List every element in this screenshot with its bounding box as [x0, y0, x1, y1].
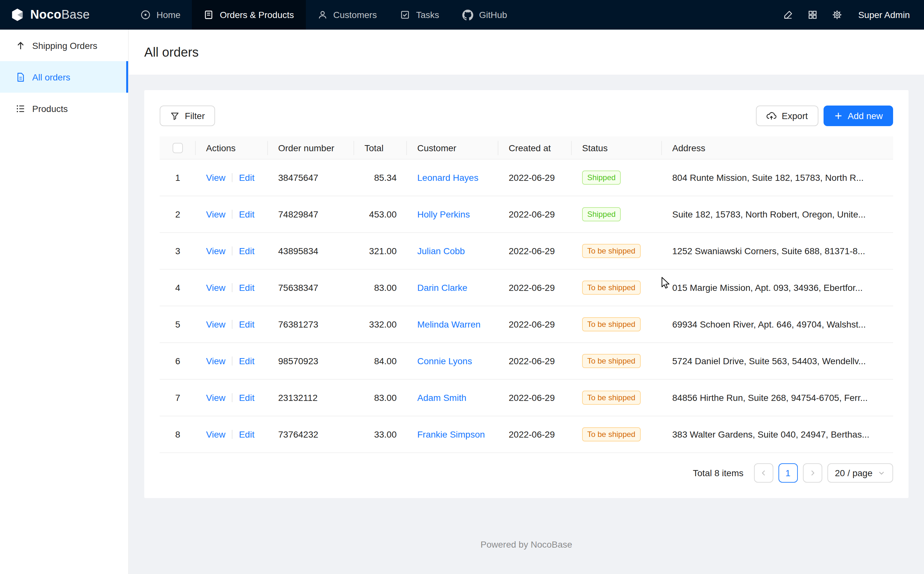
status-cell: Shipped	[572, 159, 662, 196]
sidebar-item-label: All orders	[32, 72, 70, 82]
view-link[interactable]: View	[206, 246, 225, 256]
sidebar-item-shipping-orders[interactable]: Shipping Orders	[0, 30, 128, 61]
page-1-button[interactable]: 1	[778, 464, 798, 483]
row-index-cell: 6	[160, 343, 196, 380]
view-link[interactable]: View	[206, 356, 225, 366]
row-actions-cell: ViewEdit	[196, 380, 268, 416]
status-cell: To be shipped	[572, 416, 662, 453]
table-body: 1ViewEdit3847564785.34Leonard Hayes2022-…	[160, 159, 893, 453]
customer-cell: Julian Cobb	[407, 233, 498, 270]
export-button[interactable]: Export	[756, 106, 818, 126]
sidebar-item-products[interactable]: Products	[0, 93, 128, 124]
customer-link[interactable]: Melinda Warren	[417, 320, 481, 330]
row-actions-cell: ViewEdit	[196, 343, 268, 380]
created-at-cell: 2022-06-29	[498, 270, 572, 306]
customer-link[interactable]: Adam Smith	[417, 393, 466, 403]
nav-orders-products-label: Orders & Products	[220, 9, 294, 20]
column-header-customer: Customer	[407, 136, 498, 159]
customer-link[interactable]: Darin Clarke	[417, 283, 468, 293]
view-link[interactable]: View	[206, 283, 225, 293]
status-badge: To be shipped	[582, 427, 640, 442]
export-button-label: Export	[782, 111, 808, 121]
settings-button[interactable]	[826, 4, 848, 26]
row-actions-cell: ViewEdit	[196, 233, 268, 270]
select-all-checkbox[interactable]	[172, 143, 183, 153]
table-row: 7ViewEdit2313211283.00Adam Smith2022-06-…	[160, 380, 893, 416]
column-header-status: Status	[572, 136, 662, 159]
view-link[interactable]: View	[206, 210, 225, 220]
view-link[interactable]: View	[206, 393, 225, 403]
add-new-button[interactable]: Add new	[823, 106, 893, 126]
customer-link[interactable]: Leonard Hayes	[417, 173, 479, 183]
row-index-cell: 5	[160, 306, 196, 343]
page-title: All orders	[144, 45, 199, 60]
created-at-cell: 2022-06-29	[498, 196, 572, 233]
filter-button[interactable]: Filter	[160, 106, 215, 126]
total-cell: 33.00	[354, 416, 407, 453]
page-size-select[interactable]: 20 / page	[827, 464, 893, 483]
edit-link[interactable]: Edit	[239, 393, 254, 403]
prev-page-button[interactable]	[754, 464, 773, 483]
customer-cell: Holly Perkins	[407, 196, 498, 233]
ui-editor-button[interactable]	[777, 4, 799, 26]
column-header-total: Total	[354, 136, 407, 159]
customer-link[interactable]: Julian Cobb	[417, 246, 465, 256]
nav-orders-products[interactable]: Orders & Products	[192, 0, 306, 30]
edit-link[interactable]: Edit	[239, 429, 254, 440]
orders-table: Actions Order number Total Customer Crea…	[160, 136, 893, 453]
row-index-cell: 7	[160, 380, 196, 416]
nav-customers[interactable]: Customers	[306, 0, 388, 30]
customer-cell: Darin Clarke	[407, 270, 498, 306]
brand-logo[interactable]: NocoBase	[0, 0, 129, 30]
order-number-cell: 43895834	[268, 233, 354, 270]
column-header-created-at: Created at	[498, 136, 572, 159]
edit-link[interactable]: Edit	[239, 356, 254, 366]
sidebar-item-label: Products	[32, 103, 68, 114]
brand-name: NocoBase	[30, 8, 90, 22]
edit-link[interactable]: Edit	[239, 173, 254, 183]
customers-icon	[317, 9, 327, 20]
edit-link[interactable]: Edit	[239, 283, 254, 293]
order-number-cell: 75638347	[268, 270, 354, 306]
status-badge: To be shipped	[582, 318, 640, 332]
plugins-button[interactable]	[802, 4, 824, 26]
toolbar-right: Export Add new	[756, 106, 893, 126]
edit-link[interactable]: Edit	[239, 246, 254, 256]
nav-home[interactable]: Home	[129, 0, 192, 30]
list-icon	[16, 103, 26, 114]
action-divider	[232, 320, 232, 329]
customer-link[interactable]: Connie Lyons	[417, 356, 472, 366]
nav-github[interactable]: GitHub	[451, 0, 519, 30]
user-menu[interactable]: Super Admin	[858, 9, 910, 20]
customer-link[interactable]: Holly Perkins	[417, 210, 470, 220]
view-link[interactable]: View	[206, 173, 225, 183]
orders-icon	[204, 9, 214, 20]
chevron-right-icon	[809, 470, 816, 477]
created-at-cell: 2022-06-29	[498, 159, 572, 196]
created-at-cell: 2022-06-29	[498, 233, 572, 270]
next-page-button[interactable]	[802, 464, 822, 483]
file-icon	[16, 72, 26, 82]
status-badge: To be shipped	[582, 244, 640, 259]
row-index-cell: 8	[160, 416, 196, 453]
github-icon	[462, 9, 473, 20]
edit-link[interactable]: Edit	[239, 320, 254, 330]
action-divider	[232, 173, 232, 183]
row-index-cell: 3	[160, 233, 196, 270]
tasks-icon	[400, 9, 410, 20]
action-divider	[232, 394, 232, 402]
nav-tasks[interactable]: Tasks	[388, 0, 451, 30]
table-row: 6ViewEdit9857092384.00Connie Lyons2022-0…	[160, 343, 893, 380]
status-cell: To be shipped	[572, 306, 662, 343]
customer-link[interactable]: Frankie Simpson	[417, 429, 485, 440]
pagination-total: Total 8 items	[693, 468, 743, 478]
row-index: 7	[175, 393, 180, 403]
edit-link[interactable]: Edit	[239, 210, 254, 220]
order-number-cell: 98570923	[268, 343, 354, 380]
customer-cell: Adam Smith	[407, 380, 498, 416]
view-link[interactable]: View	[206, 429, 225, 440]
sidebar-item-all-orders[interactable]: All orders	[0, 61, 128, 93]
view-link[interactable]: View	[206, 320, 225, 330]
add-new-button-label: Add new	[848, 111, 883, 121]
table-row: 8ViewEdit7376423233.00Frankie Simpson202…	[160, 416, 893, 453]
